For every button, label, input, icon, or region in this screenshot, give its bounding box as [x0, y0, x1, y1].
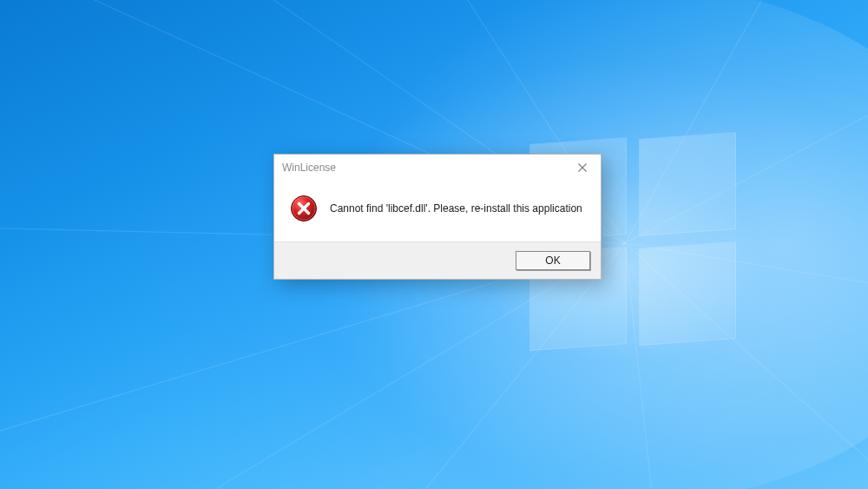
- dialog-title: WinLicense: [282, 162, 336, 174]
- dialog-body: Cannot find 'libcef.dll'. Please, re-ins…: [274, 181, 601, 241]
- error-dialog: WinLicense: [273, 154, 602, 280]
- desktop-background: WinLicense: [0, 0, 868, 489]
- close-icon: [578, 163, 587, 172]
- close-button[interactable]: [566, 155, 599, 180]
- ok-button[interactable]: OK: [516, 251, 590, 270]
- dialog-message: Cannot find 'libcef.dll'. Please, re-ins…: [330, 202, 582, 216]
- dialog-footer: OK: [274, 241, 601, 279]
- dialog-titlebar[interactable]: WinLicense: [274, 155, 601, 181]
- error-icon: [290, 195, 318, 222]
